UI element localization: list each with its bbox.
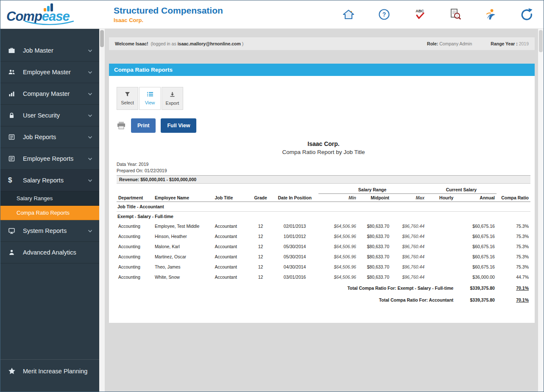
tab-select[interactable]: Select	[117, 87, 138, 110]
download-icon	[170, 92, 175, 98]
spell-check-icon[interactable]: ABC	[413, 8, 427, 21]
cell: $80,633.70	[358, 231, 391, 241]
sidebar-subitem-label: Salary Ranges	[17, 195, 53, 202]
page-title: Compa Ratio Reports	[109, 64, 535, 76]
total-ratio-link[interactable]: 70.1%	[497, 282, 530, 294]
cell	[426, 272, 455, 282]
column-header: Compa Ratio	[497, 194, 530, 202]
sidebar-item-system-reports[interactable]: System Reports	[0, 220, 99, 242]
cell: 04/30/2014	[271, 262, 318, 272]
sidebar-item-label: Salary Reports	[23, 177, 88, 184]
left-scrollbar[interactable]	[99, 29, 105, 392]
chevron-down-icon	[88, 92, 92, 95]
cell: Accounting	[117, 262, 153, 272]
sidebar: Job Master Employee Master Company Maste…	[0, 29, 99, 392]
cell: Accountant	[213, 231, 250, 241]
spacer-cell	[497, 185, 530, 194]
sidebar-item-salary-reports[interactable]: $ Salary Reports	[0, 170, 99, 191]
scrollbar-thumb[interactable]	[100, 30, 104, 47]
column-header: Midpoint	[358, 194, 391, 202]
home-icon[interactable]	[342, 8, 355, 21]
cell: 12	[250, 252, 271, 262]
sidebar-item-employee-master[interactable]: Employee Master	[0, 62, 99, 83]
right-scrollbar[interactable]	[538, 29, 544, 392]
cell: 44.7%	[497, 272, 530, 282]
chevron-down-icon	[88, 49, 92, 52]
tab-label: Export	[166, 101, 179, 106]
sidebar-item-label: Employee Master	[23, 69, 88, 76]
tab-export[interactable]: Export	[162, 87, 183, 110]
cell: $60,675.16	[455, 252, 497, 262]
cell: $64,506.96	[318, 231, 358, 241]
cell: Accounting	[117, 252, 153, 262]
cell: $36,000.00	[455, 272, 497, 282]
cell: 05/30/2014	[271, 241, 318, 252]
tab-label: Select	[121, 100, 134, 105]
logged-in-suffix: )	[242, 41, 244, 46]
tab-view[interactable]: View	[139, 87, 161, 110]
compa-ratio-table: Salary Range Current Salary Department E…	[117, 185, 530, 306]
people-figure-icon[interactable]	[484, 8, 498, 21]
scrollbar-thumb[interactable]	[539, 30, 543, 52]
cell: $96,760.44	[391, 262, 426, 272]
sidebar-item-employee-reports[interactable]: Employee Reports	[0, 148, 99, 170]
svg-text:?: ?	[382, 11, 386, 18]
cell: Martinez, Oscar	[153, 252, 213, 262]
report-header: Isaac Corp. Compa Ratio Report by Job Ti…	[117, 140, 530, 155]
logout-icon[interactable]	[520, 8, 533, 21]
sidebar-nav: Job Master Employee Master Company Maste…	[0, 29, 99, 263]
help-icon[interactable]: ?	[377, 8, 391, 21]
cell: 02/01/2013	[271, 221, 318, 231]
printer-icon[interactable]	[117, 121, 126, 130]
total-ratio-link[interactable]: 70.1%	[497, 294, 530, 306]
sidebar-item-job-reports[interactable]: Job Reports	[0, 126, 99, 148]
range-year-value: 2019	[519, 41, 529, 46]
cell: $64,506.96	[318, 262, 358, 272]
sidebar-item-company-master[interactable]: Company Master	[0, 83, 99, 105]
subgroup-row: Exempt - Salary - Full-time	[117, 212, 530, 221]
cell: $96,760.44	[391, 231, 426, 241]
compease-logo[interactable]: Compease	[0, 2, 99, 27]
header-titles: Structured Compensation Isaac Corp.	[114, 6, 223, 23]
user-email: isaac.mallory@hrnonline.com	[178, 41, 241, 46]
sidebar-item-merit-increase-planning[interactable]: Merit Increase Planning	[0, 359, 99, 392]
cell: $60,675.16	[455, 241, 497, 252]
content-area: Welcome Isaac! (logged in asisaac.mallor…	[99, 29, 544, 392]
cell: $96,760.44	[391, 252, 426, 262]
sidebar-item-label: User Security	[23, 112, 88, 119]
cell: Accounting	[117, 231, 153, 241]
sidebar-item-job-master[interactable]: Job Master	[0, 40, 99, 62]
cell: White, Snow	[153, 272, 213, 282]
cell: $60,675.16	[455, 231, 497, 241]
table-row: Accounting White, Snow Accountant 12 03/…	[117, 272, 530, 282]
report-icon	[8, 134, 19, 140]
chevron-down-icon	[88, 136, 92, 139]
header-icon-bar: ? ABC	[342, 8, 533, 21]
cell: $64,506.96	[318, 252, 358, 262]
full-view-button[interactable]: Full View	[161, 118, 196, 133]
cell: Accountant	[213, 241, 250, 252]
app-window: Compease Structured Compensation Isaac C…	[0, 0, 544, 392]
column-header: Hourly	[426, 194, 455, 202]
cell: $96,760.44	[391, 272, 426, 282]
person-icon	[8, 249, 19, 256]
cell: Hinson, Heather	[153, 231, 213, 241]
column-header: Employee Name	[153, 194, 213, 202]
current-salary-group-header: Current Salary	[426, 185, 497, 194]
cell	[426, 252, 455, 262]
cell: Accountant	[213, 262, 250, 272]
sidebar-item-advanced-analytics[interactable]: Advanced Analytics	[0, 242, 99, 263]
monitor-icon	[8, 227, 19, 234]
role-info: Role: Company Admin	[427, 41, 472, 46]
sidebar-item-compa-ratio-reports[interactable]: Compa Ratio Reports	[0, 206, 99, 220]
print-preview-icon[interactable]	[449, 8, 462, 21]
report-company-name: Isaac Corp.	[117, 140, 530, 147]
report-meta: Data Year: 2019 Prepared On: 01/22/2019	[117, 161, 530, 174]
column-header: Date In Position	[271, 194, 318, 202]
chevron-down-icon	[88, 71, 92, 74]
print-button[interactable]: Print	[131, 118, 156, 133]
sidebar-item-salary-ranges[interactable]: Salary Ranges	[0, 191, 99, 206]
cell: Accounting	[117, 221, 153, 231]
sidebar-item-user-security[interactable]: User Security	[0, 105, 99, 126]
sidebar-item-label: Advanced Analytics	[23, 249, 92, 256]
